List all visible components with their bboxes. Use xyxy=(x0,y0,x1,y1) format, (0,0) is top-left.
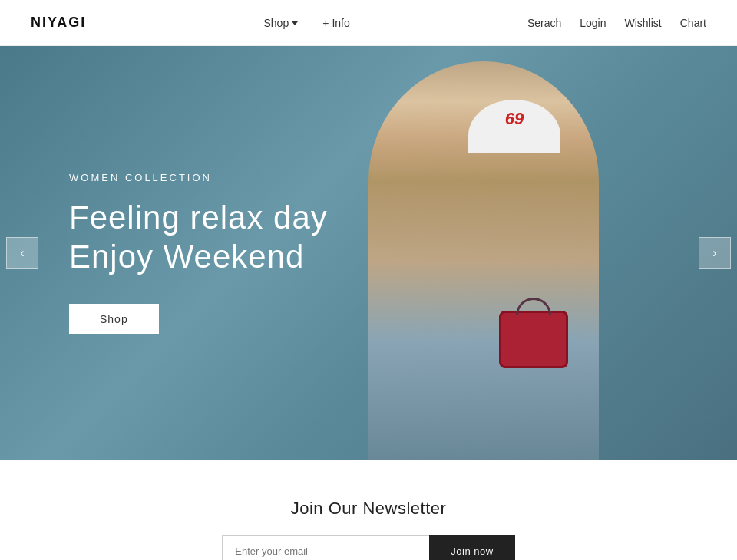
hero-content: WOMEN COLLECTION Feeling relax day Enjoy… xyxy=(0,172,328,334)
next-arrow-icon: › xyxy=(712,246,716,260)
nav-shop-link[interactable]: Shop xyxy=(264,17,299,29)
nav-info-label: Info xyxy=(332,17,349,29)
chevron-down-icon xyxy=(292,21,298,25)
newsletter-title: Join Our Newsletter xyxy=(31,499,706,519)
hero-title: Feeling relax day Enjoy Weekend xyxy=(69,199,328,276)
hero-subtitle: WOMEN COLLECTION xyxy=(69,172,328,183)
hero-title-line2: Enjoy Weekend xyxy=(69,239,304,275)
newsletter-section: Join Our Newsletter Join now INSTAGRAM F… xyxy=(0,460,737,560)
brand-logo: NIYAGI xyxy=(31,15,86,31)
join-now-button[interactable]: Join now xyxy=(429,535,514,560)
nav-login-link[interactable]: Login xyxy=(580,17,606,29)
nav-shop-label: Shop xyxy=(264,17,289,29)
hero-shop-button[interactable]: Shop xyxy=(69,304,159,334)
hero-prev-arrow[interactable]: ‹ xyxy=(6,237,38,269)
nav-search-link[interactable]: Serach xyxy=(527,17,561,29)
nav-info-link[interactable]: + Info xyxy=(322,17,350,29)
newsletter-form: Join now xyxy=(31,535,706,560)
nav-chart-link[interactable]: Chart xyxy=(680,17,706,29)
nav-wishlist-link[interactable]: Wishlist xyxy=(625,17,662,29)
hero-bag-decoration xyxy=(499,311,568,368)
prev-arrow-icon: ‹ xyxy=(20,246,24,260)
plus-icon: + xyxy=(322,17,329,29)
hero-section: WOMEN COLLECTION Feeling relax day Enjoy… xyxy=(0,46,737,460)
center-navigation: Shop + Info xyxy=(264,17,350,29)
right-navigation: Serach Login Wishlist Chart xyxy=(527,17,706,29)
hero-title-line1: Feeling relax day xyxy=(69,199,328,236)
email-input[interactable] xyxy=(222,535,429,560)
hero-next-arrow[interactable]: › xyxy=(699,237,731,269)
